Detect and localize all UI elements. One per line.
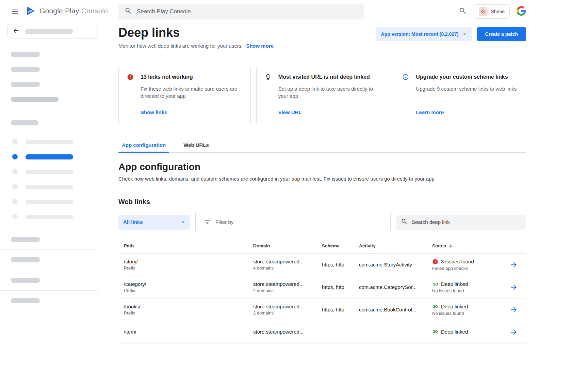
card-most-visited-url: Most visited URL is not deep linked Set …: [256, 66, 389, 124]
row-path-type: Prefix: [124, 310, 253, 316]
sidebar-nav-item[interactable]: [0, 139, 98, 144]
row-open-button[interactable]: [510, 283, 518, 291]
section-title: App configuration: [118, 162, 526, 172]
web-links-toolbar: All links Filter by: [118, 213, 526, 231]
logo-console: Console: [81, 7, 108, 15]
skeleton-bar: [26, 170, 73, 174]
tab-app-configuration[interactable]: App configuration: [118, 139, 169, 152]
google-g-icon[interactable]: [517, 6, 526, 17]
sidebar: [0, 23, 98, 368]
row-activity: com.acme.BookControl...: [359, 307, 432, 312]
arrow-forward-icon: [510, 283, 518, 291]
arrow-forward-icon: [510, 261, 518, 269]
app-switcher-label: Shrine: [491, 9, 505, 14]
links-filter-select[interactable]: All links: [118, 215, 190, 230]
row-status-label: Deep linked: [441, 281, 468, 287]
search-icon[interactable]: [459, 7, 467, 16]
card-title: Upgrade your custom scheme links: [416, 74, 508, 80]
sidebar-divider: [0, 229, 98, 229]
column-scheme: Scheme: [322, 243, 359, 248]
nav-item-icon: [12, 139, 18, 144]
show-links-link[interactable]: Show links: [141, 109, 242, 115]
topbar-right: Shrine: [459, 0, 526, 23]
row-activity: com.acme.StoryActivity: [359, 262, 432, 267]
deep-link-search[interactable]: [396, 215, 526, 230]
column-domain: Domain: [253, 243, 322, 248]
search-icon: [125, 7, 132, 16]
filter-by-button[interactable]: Filter by: [204, 219, 233, 226]
skeleton-bar: [26, 215, 73, 219]
column-path: Path: [118, 243, 253, 248]
skeleton-bar: [11, 237, 40, 242]
card-body: Upgrade 9 custom scheme links to web lin…: [416, 85, 518, 92]
nav-item-icon: [12, 154, 18, 159]
card-body: Set up a deep link to take users directl…: [278, 85, 380, 99]
row-open-button[interactable]: [510, 261, 518, 269]
skeleton-bar: [11, 82, 40, 87]
menu-icon[interactable]: [11, 7, 19, 16]
table-row[interactable]: /books/ Prefix store.steampowered... 2 d…: [118, 298, 526, 321]
card-title: 13 links not working: [141, 74, 193, 80]
sidebar-nav-item[interactable]: [0, 214, 98, 219]
row-activity: com.acme.CategorySor...: [359, 284, 432, 290]
learn-more-link[interactable]: Learn more: [416, 109, 518, 115]
sidebar-divider: [0, 112, 98, 112]
create-patch-button[interactable]: Create a patch: [477, 27, 526, 41]
row-status: 3 issues found Failed app checks: [432, 259, 510, 271]
show-more-link[interactable]: Show more: [246, 43, 274, 49]
dropdown-icon: [180, 219, 186, 226]
page-subtitle: Monitor how well deep links are working …: [118, 43, 243, 49]
search-icon: [401, 218, 408, 226]
row-path-type: Prefix: [124, 265, 253, 271]
insight-cards: 13 links not working Fix these web links…: [118, 66, 526, 124]
row-domain-count: 2 domains: [253, 288, 322, 293]
global-search-input[interactable]: [137, 8, 358, 15]
row-domain: store.steampowered...: [253, 281, 322, 287]
table-row[interactable]: /item/ store.steampowered... Deep linked: [118, 321, 526, 343]
row-scheme: https, http: [322, 262, 359, 267]
sidebar-nav-item[interactable]: [0, 184, 98, 189]
nav-item-icon: [12, 184, 18, 189]
row-status: Deep linked No issues found: [432, 304, 510, 316]
row-open-button[interactable]: [510, 328, 518, 336]
app-switcher-chip[interactable]: Shrine: [474, 4, 510, 19]
skeleton-bar: [11, 278, 40, 283]
row-status-sub: No issues found: [432, 288, 510, 293]
logo-text: Google Play Console: [39, 7, 108, 15]
row-open-button[interactable]: [510, 306, 518, 314]
arrow-forward-icon: [510, 306, 518, 314]
links-filter-value: All links: [123, 219, 143, 225]
back-button[interactable]: [7, 24, 97, 39]
deep-link-search-input[interactable]: [412, 219, 521, 225]
skeleton-bar: [26, 200, 73, 204]
shrine-app-icon: [479, 7, 488, 16]
sidebar-nav-item[interactable]: [0, 199, 98, 204]
row-status: Deep linked: [432, 328, 510, 336]
skeleton-bar: [26, 185, 73, 189]
logo-google-play: Google Play: [39, 7, 79, 15]
sidebar-divider: [0, 311, 98, 311]
skeleton-bar: [11, 298, 40, 303]
global-search[interactable]: [118, 4, 364, 19]
tab-web-urls[interactable]: Web URLs: [180, 139, 212, 152]
row-domain: store.steampowered...: [253, 329, 322, 335]
sidebar-divider: [0, 290, 98, 291]
app-version-dropdown[interactable]: App version: Most recent (8.2.027): [376, 27, 472, 41]
table-row[interactable]: /story/ Prefix store.steampowered... 4 d…: [118, 254, 526, 276]
skeleton-bar: [26, 154, 73, 159]
row-domain: store.steampowered...: [253, 259, 322, 264]
sidebar-divider: [0, 270, 98, 270]
row-status-sub: Failed app checks: [432, 266, 510, 271]
view-url-link[interactable]: View URL: [278, 109, 380, 115]
row-status-label: Deep linked: [441, 329, 468, 335]
column-status-label: Status: [432, 243, 446, 248]
web-links-title: Web links: [118, 198, 526, 206]
table-row[interactable]: /category/ Prefix store.steampowered... …: [118, 276, 526, 298]
play-console-logo[interactable]: Google Play Console: [25, 5, 108, 16]
column-status-sort[interactable]: Status: [432, 243, 510, 248]
sidebar-nav-item-selected[interactable]: [0, 154, 98, 159]
sidebar-nav-item[interactable]: [0, 169, 98, 174]
error-icon: [432, 259, 438, 265]
row-domain-count: 4 domains: [253, 265, 322, 271]
link-icon: [432, 304, 438, 310]
